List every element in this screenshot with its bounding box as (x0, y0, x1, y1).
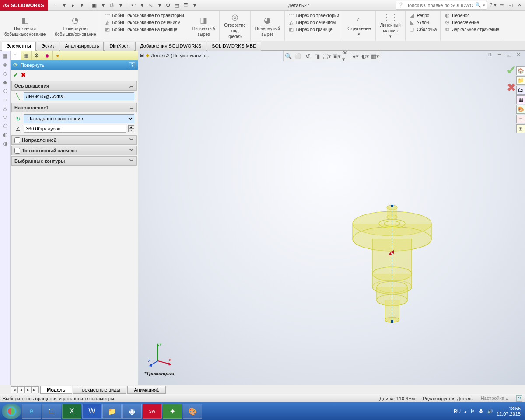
minimize-icon[interactable]: ━ (498, 2, 506, 9)
vp-link-icon[interactable]: ⧉ (486, 51, 494, 59)
selection-filter-icon[interactable]: ▦ (2, 52, 9, 60)
taskbar-solidworks[interactable]: SW (143, 404, 162, 419)
appearances-tab-icon[interactable]: 🎨 (516, 105, 525, 114)
select-icon[interactable]: ↖ (147, 2, 154, 9)
section-dir2-header[interactable]: Направление2 ︾ (11, 135, 137, 145)
restore-icon[interactable]: ◱ (507, 2, 514, 9)
tab-model[interactable]: Модель (40, 386, 72, 394)
nav-prev-icon[interactable]: ◂ (18, 386, 24, 393)
loft-cut-button[interactable]: ◭Вырез по сечениям (288, 19, 339, 25)
graphics-viewport[interactable]: ⊞ ◆ Деталь2 (По умолчанию... 🔍 ⚪ ↺ ◨ ⬚▾ … (138, 51, 525, 385)
tray-clock[interactable]: 18:55 12.07.2015 (497, 406, 521, 416)
angle-input[interactable] (24, 125, 126, 133)
taskbar-folder[interactable]: 📁 (102, 404, 122, 419)
tool-icon[interactable]: △ (2, 105, 9, 112)
tab-dimxpert[interactable]: DimXpert (105, 42, 134, 51)
nav-last-icon[interactable]: ▸| (32, 386, 38, 393)
rebuild-icon[interactable]: ⚙ (165, 2, 172, 9)
tool-icon[interactable]: ◐ (2, 131, 9, 138)
nav-next-icon[interactable]: ▸ (24, 386, 32, 393)
previous-view-icon[interactable]: ↺ (304, 52, 312, 60)
help-search[interactable]: ❔ 🔍 ▾ (396, 1, 487, 10)
dropdown-icon[interactable]: ▾ (117, 2, 124, 9)
tab-mbd[interactable]: SOLIDWORKS MBD (207, 42, 261, 51)
edit-appearance-icon[interactable]: ●▾ (352, 52, 360, 60)
tool-icon[interactable]: ▽ (2, 114, 9, 121)
angle-spinner[interactable]: ▴▾ (128, 125, 134, 132)
tab-addins[interactable]: Добавления SOLIDWORKS (135, 42, 206, 51)
display-style-icon[interactable]: ▣▾ (332, 52, 340, 60)
tab-sketch[interactable]: Эскиз (37, 42, 59, 51)
display-tab-icon[interactable]: ● (52, 51, 63, 60)
close-icon[interactable]: ✕ (515, 2, 523, 9)
start-button[interactable] (2, 404, 21, 419)
save-icon[interactable]: ▣ (91, 2, 98, 9)
section-dir1-header[interactable]: Направление1︽ (11, 103, 137, 112)
forum-tab-icon[interactable]: ⊞ (516, 124, 525, 133)
vp-close-icon[interactable]: ✕ (514, 51, 522, 59)
dropdown-icon[interactable]: ▾ (191, 2, 198, 9)
options-icon[interactable]: ▤ (174, 2, 181, 9)
orientation-triad[interactable]: Y X Z (147, 341, 173, 368)
tool-icon[interactable]: ⬡ (2, 88, 9, 94)
view-palette-tab-icon[interactable]: ▦ (516, 95, 525, 104)
status-help-icon[interactable]: ? (516, 396, 522, 402)
tab-3d-views[interactable]: Трехмерные виды (73, 386, 127, 394)
rib-button[interactable]: ◢Ребро (409, 12, 437, 18)
dropdown-icon[interactable]: ▾ (483, 3, 485, 7)
hide-show-icon[interactable]: 👁▾ (342, 52, 350, 60)
sweep-cut-button[interactable]: 〰Вырез по траектории (288, 12, 339, 18)
shell-button[interactable]: ▢Оболочка (409, 26, 437, 32)
mirror-button[interactable]: ⧉Зеркальное отражение (444, 26, 499, 32)
boundary-cut-button[interactable]: ◩Вырез по границе (288, 26, 339, 32)
taskbar-app[interactable]: ✦ (163, 404, 182, 419)
taskbar-ie[interactable]: e (22, 404, 41, 419)
dropdown-icon[interactable]: ▾ (78, 2, 85, 9)
open-icon[interactable]: ▸ (70, 2, 77, 9)
section-thin-header[interactable]: Тонкостенный элемент ︾ (11, 146, 137, 155)
flyout-tree[interactable]: ⊞ ◆ Деталь2 (По умолчанию... (140, 52, 209, 58)
ok-button[interactable]: ✔ (13, 71, 18, 78)
tool-icon[interactable]: ◈ (2, 61, 9, 68)
vp-min-icon[interactable]: ━ (495, 51, 503, 59)
tray-show-hidden-icon[interactable]: ▴ (464, 409, 467, 414)
confirm-ok-icon[interactable]: ✔ (506, 63, 516, 77)
taskbar-word[interactable]: W (82, 404, 102, 419)
resources-tab-icon[interactable]: 🏠 (516, 66, 525, 75)
axis-input[interactable] (24, 92, 134, 100)
dimxpert-tab-icon[interactable]: ◆ (42, 51, 52, 60)
design-library-tab-icon[interactable]: 📁 (516, 76, 525, 85)
tab-features[interactable]: Элементы (2, 42, 36, 51)
draft-button[interactable]: ◣Уклон (409, 19, 437, 25)
tool-icon[interactable]: ◑ (2, 140, 9, 147)
dropdown-icon[interactable]: ▾ (139, 2, 146, 9)
print-icon[interactable]: ⎙ (108, 2, 116, 9)
panel-help-icon[interactable]: ? (129, 62, 135, 68)
sweep-boss-button[interactable]: 〰Бобышка/основание по траектории (105, 12, 184, 18)
linear-pattern-button[interactable]: ⋮⋮ Линейный массив ▾ (376, 10, 406, 41)
tray-volume-icon[interactable]: 🔊 (487, 409, 493, 414)
extrude-boss-button[interactable]: ◧ Вытянутая бобышка/основание (0, 10, 50, 41)
tool-icon[interactable]: ◇ (2, 70, 9, 77)
cancel-button[interactable]: ✖ (21, 72, 26, 78)
vp-max-icon[interactable]: ◱ (505, 51, 513, 59)
tool-icon[interactable]: ○ (2, 96, 9, 103)
view-orientation-icon[interactable]: ⬚▾ (323, 52, 331, 60)
feature-tree-tab-icon[interactable]: 🗀 (10, 51, 21, 60)
tool-icon[interactable]: ◆ (2, 79, 9, 86)
apply-scene-icon[interactable]: ◐▾ (361, 52, 369, 60)
expand-tree-icon[interactable]: ⊞ (140, 52, 144, 58)
intersect-button[interactable]: ⊗Пересечение (444, 19, 499, 25)
dropdown-icon[interactable]: ▾ (156, 2, 163, 9)
tray-network-icon[interactable]: 🖧 (479, 409, 483, 414)
revolve-boss-button[interactable]: ◔ Повернутая бобышка/основание (50, 10, 101, 41)
section-view-icon[interactable]: ◨ (313, 52, 321, 60)
tray-flag-icon[interactable]: 🏳 (470, 409, 475, 414)
taskbar-excel[interactable]: X (62, 404, 81, 419)
tray-lang[interactable]: RU (454, 409, 461, 414)
search-icon[interactable]: 🔍 (475, 2, 481, 8)
hole-wizard-button[interactable]: ◎ Отверстие под крепеж (220, 10, 250, 41)
dropdown-icon[interactable]: ▾ (100, 2, 107, 9)
new-icon[interactable]: ▫ (52, 2, 59, 9)
search-input[interactable] (406, 3, 473, 8)
